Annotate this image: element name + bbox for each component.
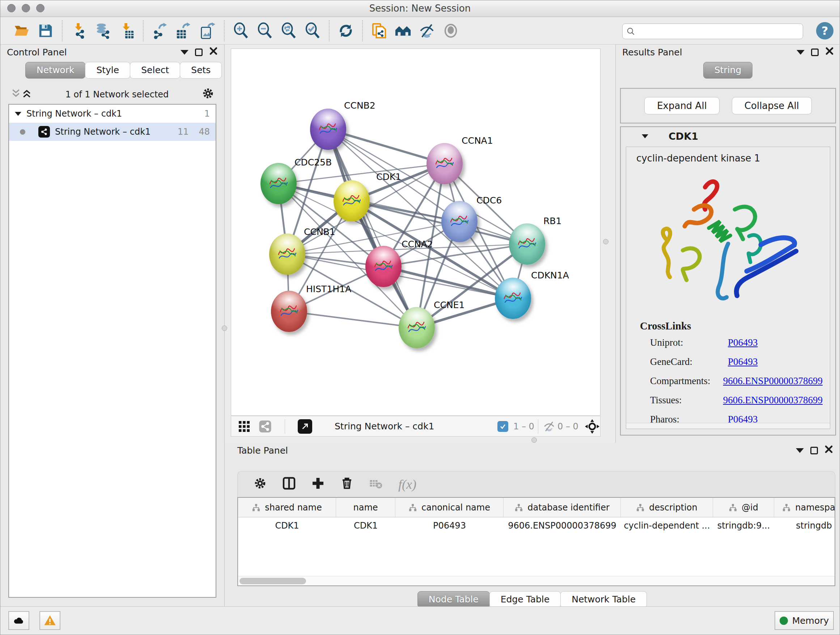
show-all-icon[interactable] [442, 22, 460, 40]
column-header-shared-name[interactable]: shared name [238, 498, 336, 517]
birds-eye-toggle-icon[interactable] [585, 416, 600, 436]
panel-close-icon[interactable] [824, 445, 833, 456]
first-neighbors-icon[interactable] [394, 22, 412, 40]
network-canvas[interactable]: CCNB2CCNA1CDC25BCDK1CDC6RB1CCNB1CCNA2CDK… [231, 49, 600, 416]
export-image-icon[interactable] [199, 22, 217, 40]
expand-all-networks-icon[interactable] [21, 88, 32, 101]
splitter-handle[interactable] [603, 239, 608, 244]
birds-eye-grid-icon[interactable] [238, 416, 251, 436]
memory-button[interactable]: Memory [775, 611, 834, 630]
scrollbar-thumb[interactable] [240, 578, 306, 584]
network-node-CCNA2[interactable] [365, 246, 401, 287]
tab-node-table[interactable]: Node Table [417, 591, 490, 608]
table-cell-shared-name[interactable]: CDK1 [238, 521, 336, 531]
tab-style[interactable]: Style [85, 62, 130, 79]
help-button[interactable]: ? [816, 22, 834, 40]
table-row[interactable]: CDK1CDK1P064939606.ENSP00000378699cyclin… [238, 517, 835, 534]
zoom-in-icon[interactable] [232, 22, 250, 40]
panel-close-icon[interactable] [825, 47, 834, 57]
expand-all-button[interactable]: Expand All [644, 97, 720, 114]
delete-column-icon[interactable] [340, 477, 354, 492]
table-horizontal-scrollbar[interactable] [238, 576, 835, 585]
network-node-CCNE1[interactable] [399, 307, 435, 348]
create-column-icon[interactable] [311, 477, 325, 492]
tab-select[interactable]: Select [130, 62, 180, 79]
column-header-name[interactable]: name [336, 498, 395, 517]
network-node-CCNB2[interactable] [310, 109, 346, 150]
open-session-icon[interactable] [13, 22, 31, 40]
network-row[interactable]: String Network – cdk1 11 48 [9, 123, 216, 141]
column-header-database-identifier[interactable]: database identifier [504, 498, 621, 517]
selected-checkbox-icon[interactable] [497, 416, 508, 436]
minimize-window-button[interactable] [22, 4, 30, 12]
crosslink-tissues[interactable]: 9606.ENSP00000378699 [723, 394, 823, 406]
crosslink-genecard[interactable]: P06493 [728, 356, 758, 367]
refresh-view-icon[interactable] [337, 22, 355, 40]
column-header-description[interactable]: description [621, 498, 713, 517]
network-node-CCNA1[interactable] [426, 143, 463, 184]
collection-expand-icon[interactable] [15, 112, 21, 116]
collapse-all-button[interactable]: Collapse All [732, 97, 812, 114]
column-header-canonical-name[interactable]: canonical name [395, 498, 504, 517]
crosslink-compartments[interactable]: 9606.ENSP00000378699 [723, 375, 823, 386]
open-in-window-icon[interactable] [298, 416, 312, 436]
import-table-file-icon[interactable] [118, 22, 136, 40]
zoom-out-icon[interactable] [256, 22, 274, 40]
close-window-button[interactable] [7, 4, 16, 12]
save-session-icon[interactable] [36, 22, 55, 40]
network-collection-row[interactable]: String Network – cdk1 1 [9, 105, 216, 123]
delete-table-icon[interactable] [369, 477, 382, 492]
network-node-CDK1[interactable] [333, 180, 370, 222]
panel-collapse-icon[interactable] [180, 50, 188, 55]
clone-network-icon[interactable] [370, 22, 388, 40]
results-horizontal-scrollbar[interactable] [626, 423, 830, 429]
zoom-window-button[interactable] [36, 4, 44, 12]
tab-string[interactable]: String [703, 62, 753, 79]
cloud-button[interactable] [8, 611, 29, 630]
function-builder-icon[interactable]: f(x) [398, 477, 416, 492]
hide-selected-icon[interactable] [418, 22, 436, 40]
panel-collapse-icon[interactable] [797, 50, 805, 55]
panel-float-icon[interactable] [810, 447, 818, 454]
network-node-CDC25B[interactable] [261, 163, 297, 204]
splitter-handle[interactable] [531, 437, 537, 443]
network-share-icon[interactable] [259, 416, 272, 436]
network-node-RB1[interactable] [509, 223, 545, 264]
export-network-icon[interactable] [151, 22, 169, 40]
column-header-id[interactable]: @id [713, 498, 774, 517]
network-list-gear-icon[interactable] [202, 87, 214, 102]
table-cell-namespace[interactable]: stringdb [774, 521, 835, 531]
table-cell-name[interactable]: CDK1 [336, 521, 395, 531]
table-cell-database-identifier[interactable]: 9606.ENSP00000378699 [504, 521, 621, 531]
zoom-fit-icon[interactable] [279, 22, 298, 40]
network-node-HIST1H1A[interactable] [271, 291, 307, 332]
search-input[interactable] [638, 27, 799, 36]
zoom-selected-icon[interactable] [303, 22, 322, 40]
import-network-database-icon[interactable] [94, 22, 112, 40]
splitter-handle[interactable] [222, 325, 227, 331]
table-cell-canonical-name[interactable]: P06493 [395, 521, 504, 531]
table-cell-id[interactable]: stringdb:9... [713, 521, 774, 531]
panel-close-icon[interactable] [209, 47, 218, 57]
tab-network[interactable]: Network [25, 62, 85, 79]
network-node-CDKN1A[interactable] [495, 278, 531, 319]
tab-edge-table[interactable]: Edge Table [489, 591, 561, 608]
warning-button[interactable] [39, 611, 60, 630]
table-cell-description[interactable]: cyclin-dependent ... [621, 521, 713, 531]
network-node-CDC6[interactable] [441, 201, 477, 242]
collapse-all-networks-icon[interactable] [11, 88, 21, 101]
node-label-CDC6: CDC6 [477, 195, 502, 206]
table-gear-icon[interactable] [254, 477, 267, 492]
import-network-file-icon[interactable] [70, 22, 88, 40]
show-columns-icon[interactable] [283, 477, 295, 492]
crosslink-uniprot[interactable]: P06493 [728, 337, 758, 348]
panel-float-icon[interactable] [195, 49, 202, 56]
tab-network-table[interactable]: Network Table [561, 591, 647, 608]
panel-collapse-icon[interactable] [796, 448, 804, 453]
tab-sets[interactable]: Sets [180, 62, 222, 79]
panel-float-icon[interactable] [811, 49, 819, 56]
export-table-icon[interactable] [175, 22, 193, 40]
gene-section-collapse-icon[interactable] [642, 134, 648, 138]
column-header-namespace[interactable]: namespace [774, 498, 835, 517]
network-node-CCNB1[interactable] [269, 233, 305, 275]
